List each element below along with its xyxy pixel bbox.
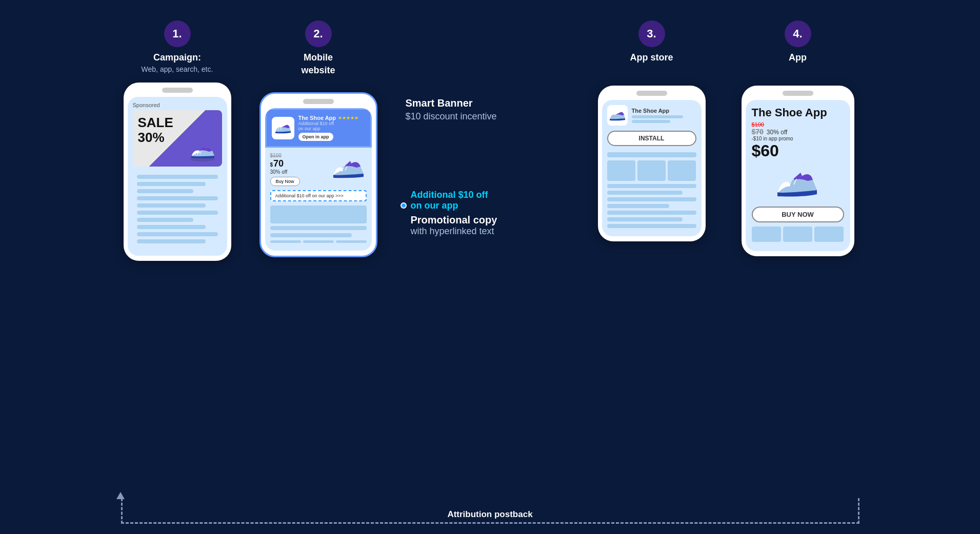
smart-banner-sub-label: $10 discount incentive [406, 111, 497, 122]
app-final-price: $60 [752, 141, 844, 160]
step-4-badge: 4. [785, 20, 811, 47]
app-screen-title: The Shoe App [752, 106, 844, 119]
store-line-4 [607, 197, 696, 201]
additional-label-2: on our app [411, 200, 497, 211]
content-line-6 [137, 211, 218, 215]
phone2-line-1 [270, 226, 367, 230]
attribution-label: Attribution postback [447, 509, 532, 520]
app-store-app-icon [607, 105, 628, 126]
content-line-5 [137, 203, 206, 208]
step-2-column: 2. Mobile website [252, 20, 385, 257]
phone2-price-section: $100 $ 70 30% off Buy Now [270, 153, 326, 186]
phone2-line-2 [270, 233, 352, 237]
step-4-column: 4. App The Shoe App $100 $70 30% off -$1… [734, 20, 862, 256]
content-line-9 [137, 232, 218, 236]
store-grid-blocks [607, 160, 696, 181]
step-3-column: 3. App store [585, 20, 718, 241]
smart-banner-label: Smart Banner [406, 97, 497, 109]
phone-1-mockup: Sponsored SALE30% [124, 83, 231, 261]
app-buy-button[interactable]: BUY NOW [752, 207, 844, 222]
phone-1-notch [162, 88, 193, 93]
content-line-3 [137, 189, 194, 193]
phone-4-screen: The Shoe App $100 $70 30% off -$10 in ap… [746, 100, 850, 251]
content-line-4 [137, 196, 218, 200]
phone2-buy-now-btn[interactable]: Buy Now [270, 177, 300, 186]
attr-horizontal-line [121, 522, 859, 524]
content-line-1 [137, 175, 218, 179]
promo-connector-dot [401, 202, 407, 209]
phone2-bottom-content [270, 206, 367, 243]
phone1-ad-inner: SALE30% [133, 110, 222, 167]
store-line-2 [607, 184, 696, 188]
attribution-line-container: Attribution postback [54, 483, 926, 524]
store-line-7 [607, 217, 683, 221]
attr-left-vertical [121, 498, 123, 524]
store-line-3 [607, 191, 683, 195]
app-shoe-image [752, 165, 844, 202]
banner-desc2: on our app [298, 126, 365, 131]
content-line-8 [137, 225, 206, 229]
smart-banner-text: The Shoe App ★★★★★ Additional $10 off on… [298, 115, 365, 141]
phone-4-notch [783, 91, 813, 96]
phone-3-screen: The Shoe App INSTALL [602, 100, 702, 236]
step-2-title: Mobile [304, 52, 333, 63]
attr-arrow-head [116, 492, 125, 499]
phone2-product-row: $100 $ 70 30% off Buy Now [270, 153, 367, 186]
phone2-price-off: 30% off [270, 169, 326, 175]
banner-app-name: The Shoe App [298, 115, 336, 121]
content-line-2 [137, 182, 206, 186]
step-1-subtitle: Web, app, search, etc. [142, 65, 213, 73]
app-grid-2 [783, 227, 812, 242]
step-2-title2: website [301, 65, 335, 76]
content-line-10 [137, 239, 206, 243]
phone2-promo-text: Additional $10 off on our app >>> [275, 193, 344, 198]
phone2-promo-bar: Additional $10 off on our app >>> [270, 190, 367, 201]
promo-annotation-connector [401, 202, 407, 209]
step-1-title: Campaign: [153, 52, 201, 63]
additional-label-1: Additional $10 off [411, 190, 497, 200]
store-line-8 [607, 224, 696, 228]
step-4-title: App [789, 52, 807, 63]
phone-3-mockup: The Shoe App INSTALL [598, 86, 706, 241]
step-2-badge: 2. [305, 20, 332, 47]
app-price-off: 30% off [767, 129, 787, 136]
promo-sub-label: with hyperlinked text [411, 226, 497, 237]
store-grid-1 [607, 160, 635, 181]
banner-stars: ★★★★★ [338, 115, 358, 120]
phone-2-mockup: The Shoe App ★★★★★ Additional $10 off on… [259, 92, 377, 257]
app-price-row: $70 30% off [752, 128, 844, 136]
phone1-content-lines [133, 171, 222, 251]
store-grid-3 [668, 160, 696, 181]
phone2-sale-price: 70 [273, 158, 284, 169]
phone2-shoe-image [331, 154, 367, 184]
app-store-header: The Shoe App [607, 105, 696, 126]
app-store-content [607, 152, 696, 228]
step-3-title: App store [630, 52, 673, 63]
phone-4-mockup: The Shoe App $100 $70 30% off -$10 in ap… [742, 86, 854, 256]
app-price-sale: $70 [752, 128, 764, 136]
app-discount-promo: -$10 in app promo [752, 136, 844, 141]
phone-3-notch [636, 91, 667, 96]
store-line-5 [607, 204, 670, 208]
phone-1-screen: Sponsored SALE30% [128, 97, 227, 256]
phone1-sponsored-label: Sponsored [133, 102, 222, 108]
app-price-original: $100 [752, 121, 844, 128]
phone-2-notch [303, 99, 334, 104]
store-line-6 [607, 211, 696, 215]
app-grid-1 [752, 227, 781, 242]
content-line-7 [137, 218, 194, 222]
store-line-1 [607, 152, 696, 157]
banner-desc: Additional $10 off [298, 121, 365, 126]
app-store-app-name: The Shoe App [632, 108, 696, 114]
step-3-badge: 3. [638, 20, 665, 47]
phone-2-screen: The Shoe App ★★★★★ Additional $10 off on… [265, 108, 372, 251]
promo-title-label: Promotional copy [411, 214, 497, 226]
banner-open-btn[interactable]: Open in app [298, 133, 333, 141]
phone1-sale-text: SALE30% [138, 115, 173, 145]
phone2-original-price: $100 [270, 153, 326, 158]
step-1-badge: 1. [164, 20, 191, 47]
additional-annotation: Additional $10 off on our app Promotiona… [411, 190, 497, 237]
smart-banner: The Shoe App ★★★★★ Additional $10 off on… [265, 108, 372, 148]
install-button[interactable]: INSTALL [607, 131, 696, 146]
smart-banner-icon [272, 117, 294, 139]
